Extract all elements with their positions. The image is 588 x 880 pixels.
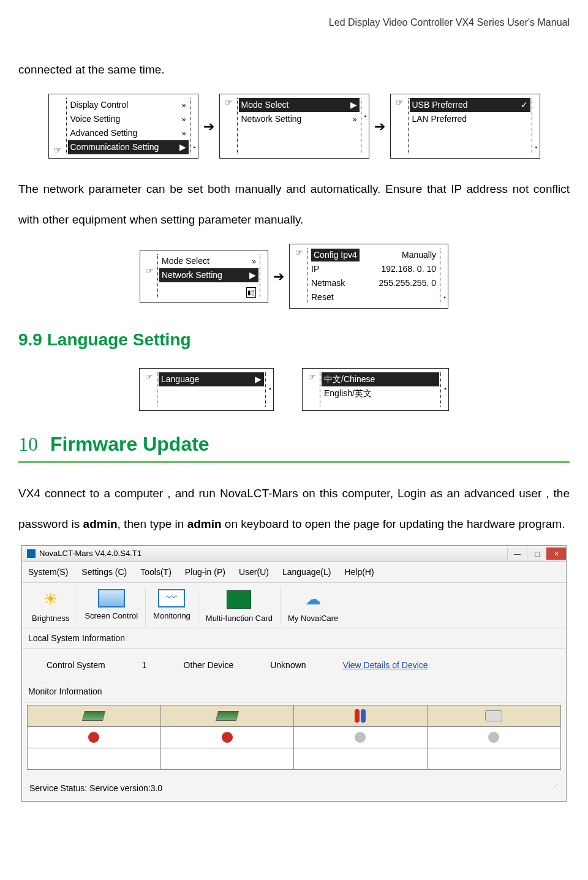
thermometer-icon (355, 709, 366, 723)
menu-help[interactable]: Help(H) (344, 566, 374, 579)
sun-icon: ☀ (39, 589, 63, 610)
menu-settings[interactable]: Settings (C) (81, 566, 127, 579)
monitor-info-header: Monitor Information (22, 682, 566, 702)
menu-item-label: Network Setting (241, 113, 302, 126)
tool-screen-control[interactable]: Screen Control (77, 587, 146, 627)
arrow-right-icon: ➔ (273, 266, 284, 287)
chevron-right-icon: » (353, 114, 357, 125)
menu-system[interactable]: System(S) (28, 566, 68, 579)
view-details-link[interactable]: View Details of Device (343, 659, 428, 672)
menu-item-label: USB Preferred (412, 99, 468, 111)
menu-item-label: Mode Select (241, 99, 289, 111)
tool-brightness[interactable]: ☀ Brightness (24, 587, 77, 627)
menu-tools[interactable]: Tools(T) (140, 566, 172, 579)
menu-box: ☞ Config Ipv4Manually IP192.168. 0. 10 N… (289, 244, 448, 309)
chevron-right-icon: ▶ (179, 141, 186, 154)
section-heading: 9.9 Language Setting (18, 327, 570, 353)
menubar: System(S) Settings (C) Tools(T) Plug-in … (22, 562, 566, 583)
menu-value: 255.255.255. 0 (379, 277, 436, 290)
menu-box: ☞ Mode Select» Network Setting▶ ▮▯ (140, 250, 268, 303)
close-button[interactable]: ✕ (546, 547, 566, 560)
picture-icon (98, 589, 125, 607)
local-system-header: Local System Information (22, 628, 566, 649)
other-device-label: Other Device (184, 659, 234, 672)
control-system-value: 1 (142, 659, 147, 672)
titlebar: NovaLCT-Mars V4.4.0.S4.T1 — ▢ ✕ (22, 546, 566, 562)
menu-flow-1: ☞ Display Control» Voice Setting» Advanc… (18, 94, 570, 159)
window-title: NovaLCT-Mars V4.4.0.S4.T1 (39, 547, 141, 560)
chevron-right-icon: » (182, 114, 186, 125)
menu-user[interactable]: User(U) (239, 566, 269, 579)
status-dot-red (222, 732, 233, 743)
menu-item-label: Voice Setting (70, 113, 121, 126)
arrow-right-icon: ➔ (374, 116, 385, 137)
menu-language[interactable]: Language(L) (282, 566, 331, 579)
chevron-right-icon: ▶ (255, 373, 262, 386)
tool-label: Monitoring (153, 610, 190, 622)
tool-mynovaicare[interactable]: ☁ My NovaiCare (281, 587, 345, 627)
hand-icon: ☞ (146, 266, 154, 275)
board-icon (216, 711, 239, 721)
chevron-right-icon: » (182, 100, 186, 111)
chapter-number: 10 (18, 429, 38, 459)
monitor-table (27, 705, 561, 770)
paragraph: The network parameter can be set both ma… (18, 174, 570, 235)
hand-icon: ☞ (308, 372, 316, 381)
other-device-value: Unknown (270, 659, 306, 672)
menu-item-label: Communication Setting (70, 141, 159, 154)
minimize-button[interactable]: — (507, 547, 527, 560)
board-icon (227, 589, 251, 610)
chevron-right-icon: ▶ (249, 269, 256, 282)
menu-box: ☞ Display Control» Voice Setting» Advanc… (48, 94, 198, 159)
menu-item-label: 中文/Chinese (324, 373, 375, 386)
check-icon: ✓ (521, 99, 528, 111)
status-dot-red (88, 732, 99, 743)
novalct-window: NovaLCT-Mars V4.4.0.S4.T1 — ▢ ✕ System(S… (21, 545, 567, 802)
chevron-right-icon: » (252, 256, 256, 267)
menu-item-label: Config Ipv4 (311, 249, 360, 261)
board-icon (82, 711, 105, 721)
paragraph: VX4 connect to a computer , and run Nova… (18, 478, 570, 539)
tool-multifunction[interactable]: Multi-function Card (198, 587, 281, 627)
menu-value: 192.168. 0. 10 (381, 263, 436, 276)
maximize-button[interactable]: ▢ (527, 547, 546, 560)
menu-item-label: LAN Preferred (412, 113, 467, 126)
hand-icon: ☞ (295, 248, 303, 257)
chip-icon (485, 710, 502, 721)
tool-label: My NovaiCare (288, 612, 338, 625)
menu-plugin[interactable]: Plug-in (P) (185, 566, 225, 579)
menu-item-label: Advanced Setting (70, 127, 138, 140)
menu-item-label: Netmask (311, 277, 345, 290)
app-icon (27, 549, 36, 558)
hand-icon: ☞ (145, 372, 153, 381)
menu-value: Manually (402, 249, 436, 261)
menu-item-label: Network Setting (162, 269, 222, 282)
tool-label: Brightness (32, 612, 69, 625)
chevron-right-icon: » (182, 128, 186, 139)
menu-item-label: English/英文 (324, 387, 372, 400)
hand-icon: ☞ (396, 98, 404, 107)
menu-item-label: Display Control (70, 99, 129, 111)
resize-grip-icon[interactable]: ⋰ (552, 782, 559, 795)
chevron-right-icon: ▶ (350, 99, 357, 111)
menu-box: ☞ USB Preferred✓ LAN Preferred ▪ (390, 94, 540, 159)
tool-monitoring[interactable]: 〰 Monitoring (146, 587, 198, 627)
hand-icon: ☞ (225, 98, 233, 107)
menu-item-label: IP (311, 263, 319, 276)
tool-label: Multi-function Card (206, 612, 273, 625)
tool-label: Screen Control (85, 610, 138, 622)
toolbar: ☀ Brightness Screen Control 〰 Monitoring… (22, 583, 566, 629)
menu-box: ☞ Language▶ ▪ (139, 368, 274, 411)
cloud-icon: ☁ (301, 589, 325, 610)
status-dot-gray (488, 732, 499, 743)
menu-flow-2: ☞ Mode Select» Network Setting▶ ▮▯ ➔ ☞ C… (18, 244, 570, 309)
service-status: Service Status: Service version:3.0 ⋰ (22, 776, 566, 801)
control-system-label: Control System (47, 659, 105, 672)
status-dot-gray (355, 732, 366, 743)
menu-item-label: Mode Select (162, 255, 209, 268)
menu-flow-3: ☞ Language▶ ▪ ☞ 中文/Chinese English/英文 ▪ (18, 368, 570, 411)
chapter-title: Firmware Update (50, 429, 209, 459)
arrow-right-icon: ➔ (203, 116, 214, 137)
menu-item-label: Reset (311, 291, 334, 304)
chapter-heading: 10 Firmware Update (18, 429, 570, 463)
